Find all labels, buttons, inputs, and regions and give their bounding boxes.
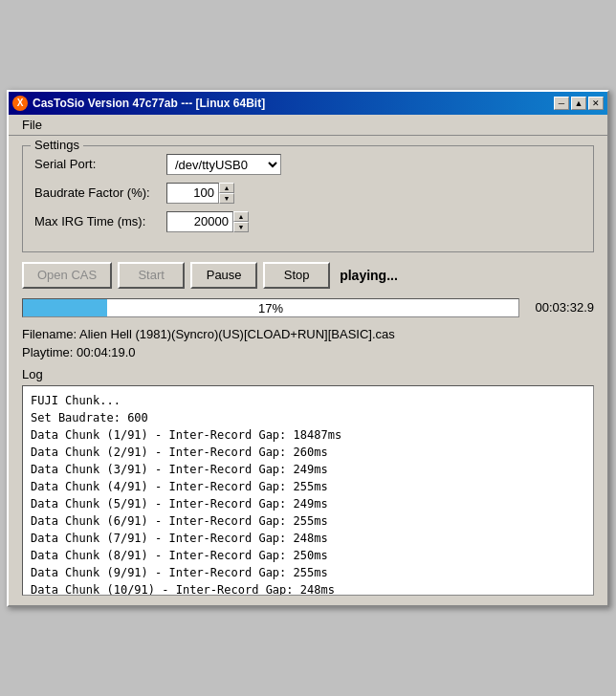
main-window: X CasToSio Version 47c77ab --- [Linux 64… [7, 90, 609, 607]
menu-file[interactable]: File [16, 116, 48, 134]
filename-row: Filename: Alien Hell (1981)(Syncro)(US)[… [22, 327, 594, 341]
playing-label: playing... [340, 268, 398, 283]
max-irg-spinner-buttons: ▲ ▼ [233, 211, 249, 232]
menubar: File [9, 115, 607, 136]
log-line: Data Chunk (5/91) - Inter-Record Gap: 24… [31, 495, 585, 512]
log-line: Data Chunk (4/91) - Inter-Record Gap: 25… [31, 478, 585, 495]
max-irg-row: Max IRG Time (ms): ▲ ▼ [34, 211, 582, 232]
pause-button[interactable]: Pause [190, 262, 257, 289]
filename-value: Alien Hell (1981)(Syncro)(US)[CLOAD+RUN]… [79, 327, 395, 341]
max-irg-up-button[interactable]: ▲ [233, 211, 249, 222]
baudrate-spinner: ▲ ▼ [166, 183, 234, 204]
titlebar-buttons: ─ ▲ ✕ [554, 97, 604, 110]
log-label: Log [22, 367, 594, 381]
log-line: Data Chunk (2/91) - Inter-Record Gap: 26… [31, 444, 585, 461]
start-button[interactable]: Start [118, 262, 185, 289]
max-irg-spinner: ▲ ▼ [166, 211, 249, 232]
serial-port-label: Serial Port: [34, 157, 159, 171]
playtime-row: Playtime: 00:04:19.0 [22, 345, 594, 359]
log-line: Data Chunk (1/91) - Inter-Record Gap: 18… [31, 426, 585, 444]
max-irg-down-button[interactable]: ▼ [233, 222, 249, 232]
progress-time: 00:03:32.9 [527, 300, 594, 315]
window-title: CasToSio Version 47c77ab --- [Linux 64Bi… [33, 97, 265, 110]
progress-bar-text: 17% [23, 299, 518, 317]
log-line: Set Baudrate: 600 [31, 409, 585, 426]
open-cas-button[interactable]: Open CAS [22, 262, 112, 289]
filename-prefix: Filename: [22, 327, 77, 341]
minimize-button[interactable]: ─ [554, 97, 569, 110]
log-line: Data Chunk (9/91) - Inter-Record Gap: 25… [31, 564, 585, 581]
log-line: FUJI Chunk... [31, 392, 585, 409]
log-section: Log FUJI Chunk...Set Baudrate: 600Data C… [22, 367, 594, 596]
main-content: Settings Serial Port: /dev/ttyUSB0 /dev/… [9, 136, 607, 605]
baudrate-up-button[interactable]: ▲ [219, 183, 234, 193]
baudrate-spinner-buttons: ▲ ▼ [219, 183, 234, 204]
control-buttons-row: Open CAS Start Pause Stop playing... [22, 262, 594, 289]
serial-port-select[interactable]: /dev/ttyUSB0 /dev/ttyUSB1 /dev/ttyS0 [166, 154, 281, 175]
playtime-value: 00:04:19.0 [77, 345, 135, 359]
settings-group-title: Settings [31, 138, 83, 152]
log-line: Data Chunk (10/91) - Inter-Record Gap: 2… [31, 581, 585, 596]
app-icon: X [12, 96, 28, 111]
log-line: Data Chunk (3/91) - Inter-Record Gap: 24… [31, 461, 585, 478]
max-irg-label: Max IRG Time (ms): [34, 214, 159, 228]
log-line: Data Chunk (6/91) - Inter-Record Gap: 25… [31, 512, 585, 530]
stop-button[interactable]: Stop [263, 262, 330, 289]
baudrate-row: Baudrate Factor (%): ▲ ▼ [34, 183, 582, 204]
baudrate-down-button[interactable]: ▼ [219, 193, 234, 204]
log-box[interactable]: FUJI Chunk...Set Baudrate: 600Data Chunk… [22, 385, 594, 596]
log-line: Data Chunk (7/91) - Inter-Record Gap: 24… [31, 530, 585, 547]
titlebar: X CasToSio Version 47c77ab --- [Linux 64… [9, 92, 607, 115]
close-button[interactable]: ✕ [588, 97, 604, 110]
titlebar-left: X CasToSio Version 47c77ab --- [Linux 64… [12, 96, 265, 111]
max-irg-input[interactable] [166, 211, 233, 232]
log-line: Data Chunk (8/91) - Inter-Record Gap: 25… [31, 547, 585, 564]
settings-group: Settings Serial Port: /dev/ttyUSB0 /dev/… [22, 145, 594, 252]
progress-bar: 17% [22, 298, 519, 317]
serial-port-row: Serial Port: /dev/ttyUSB0 /dev/ttyUSB1 /… [34, 154, 582, 175]
baudrate-label: Baudrate Factor (%): [34, 185, 159, 200]
progress-row: 17% 00:03:32.9 [22, 298, 594, 317]
maximize-button[interactable]: ▲ [571, 97, 586, 110]
playtime-prefix: Playtime: [22, 345, 73, 359]
baudrate-input[interactable] [166, 183, 219, 204]
